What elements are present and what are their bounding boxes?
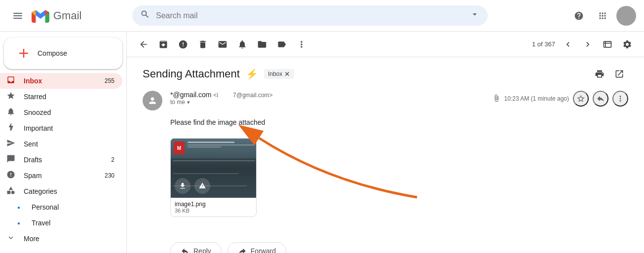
preview-line-3 [188,146,221,147]
email-view: Sending Attachment ⚡ Inbox ✕ [127,57,644,253]
email-subject: Sending Attachment [143,68,240,80]
travel-label: Travel [32,219,114,227]
attachment-preview: M [171,139,257,198]
sender-avatar [143,91,162,110]
mark-unread-button[interactable] [214,36,231,53]
sender-row: *@gmail.com <i 7@gmail.com> to me ▾ 10:2… [143,91,628,110]
sidebar: Compose Inbox 255 Starred Snoozed [0,32,126,253]
important-icon [6,123,16,134]
archive-button[interactable] [154,36,172,53]
attachment-name: image1.png [175,201,252,208]
starred-icon [6,91,16,103]
more-email-options[interactable] [612,91,628,107]
starred-label: Starred [24,93,114,101]
compose-button[interactable]: Compose [4,37,122,69]
star-button[interactable] [573,91,589,107]
preview-content-1 [173,160,255,161]
attachment-indicator [492,94,500,104]
categories-icon [6,186,16,197]
sidebar-item-snoozed[interactable]: Snoozed [0,105,122,120]
email-content: 1 of 367 Sending Attachment ⚡ Inbox [126,32,644,253]
drafts-label: Drafts [24,156,103,164]
attachment-info: image1.png 36 KB [171,198,256,217]
preview-line-1 [188,142,234,143]
drive-attachment-button[interactable] [194,178,210,194]
snoozed-label: Snoozed [24,108,114,116]
reply-action-button[interactable]: Reply [170,242,222,253]
sidebar-item-more[interactable]: More [0,231,122,247]
drafts-icon [6,154,16,166]
view-button[interactable] [599,36,616,53]
email-subject-row: Sending Attachment ⚡ Inbox ✕ [143,65,628,83]
sender-email-detail: <i 7@gmail.com> [213,92,272,99]
pagination-text: 1 of 367 [532,40,555,48]
recipients-dropdown[interactable]: ▾ [187,99,190,106]
forward-action-label: Forward [251,247,276,253]
sidebar-item-spam[interactable]: Spam 230 [0,168,122,183]
important-label: Important [24,124,114,132]
menu-button[interactable] [8,6,28,26]
snoozed-icon [6,107,16,118]
sidebar-item-personal[interactable]: ● Personal [0,199,122,215]
compose-label: Compose [38,49,67,57]
sender-to: to me [170,99,185,106]
svg-point-4 [11,190,15,194]
personal-label: Personal [32,203,114,211]
sidebar-item-drafts[interactable]: Drafts 2 [0,152,122,168]
gmail-text: Gmail [53,9,81,22]
spam-icon [6,170,16,181]
email-actions: Reply Forward [170,242,628,253]
help-button[interactable] [569,6,589,26]
more-options-button[interactable] [293,36,310,53]
label-button[interactable] [273,36,291,53]
preview-content-2 [173,173,239,174]
search-input[interactable] [156,11,464,20]
next-email-button[interactable] [579,36,597,53]
sender-info: *@gmail.com <i 7@gmail.com> to me ▾ [170,91,485,106]
inbox-tag-label: Inbox [268,71,282,77]
sidebar-item-inbox[interactable]: Inbox 255 [0,73,122,89]
sent-label: Sent [24,140,114,148]
back-button[interactable] [135,36,152,53]
print-button[interactable] [591,65,608,83]
move-to-button[interactable] [253,36,271,53]
attachment-size: 36 KB [175,208,252,214]
travel-icon: ● [14,220,24,226]
lightning-icon: ⚡ [246,68,258,80]
prev-email-button[interactable] [559,36,577,53]
remove-tag-button[interactable]: ✕ [284,70,290,78]
gmail-logo: Gmail [32,9,81,23]
sidebar-item-sent[interactable]: Sent [0,136,122,152]
inbox-icon [6,75,16,87]
topbar: Gmail [0,0,644,32]
attachment-card[interactable]: M [170,138,257,217]
download-attachment-button[interactable] [175,178,190,194]
new-window-button[interactable] [610,65,628,83]
reply-button-header[interactable] [593,91,608,107]
reply-action-label: Reply [193,247,211,253]
apps-button[interactable] [593,6,612,26]
svg-rect-5 [7,190,11,194]
user-avatar[interactable] [616,6,636,26]
svg-rect-0 [13,13,22,14]
more-label: More [24,235,114,243]
sender-name: *@gmail.com [170,91,211,99]
personal-icon: ● [14,205,24,210]
forward-action-button[interactable]: Forward [227,242,286,253]
topbar-left: Gmail [8,6,126,26]
sidebar-item-important[interactable]: Important [0,120,122,136]
categories-label: Categories [24,187,114,195]
spam-label: Spam [24,172,97,180]
sidebar-item-categories[interactable]: Categories [0,183,122,199]
preview-line-2 [188,145,254,145]
spam-button[interactable] [174,36,192,53]
inbox-count: 255 [105,77,114,84]
delete-button[interactable] [194,36,212,53]
snooze-button[interactable] [233,36,251,53]
more-icon [6,233,16,245]
sidebar-item-starred[interactable]: Starred [0,89,122,105]
sidebar-item-travel[interactable]: ● Travel [0,215,122,231]
search-dropdown-icon[interactable] [470,9,480,22]
settings-button[interactable] [618,36,636,53]
inbox-label: Inbox [24,77,97,85]
